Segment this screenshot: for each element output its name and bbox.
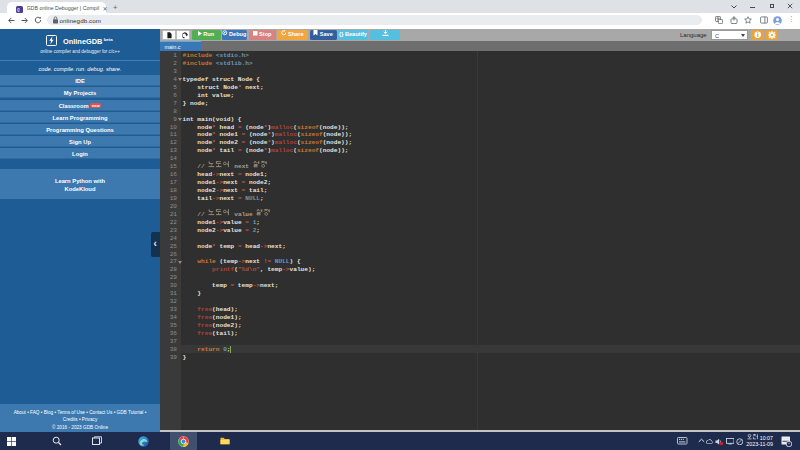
svg-text:g: g bbox=[16, 7, 19, 12]
